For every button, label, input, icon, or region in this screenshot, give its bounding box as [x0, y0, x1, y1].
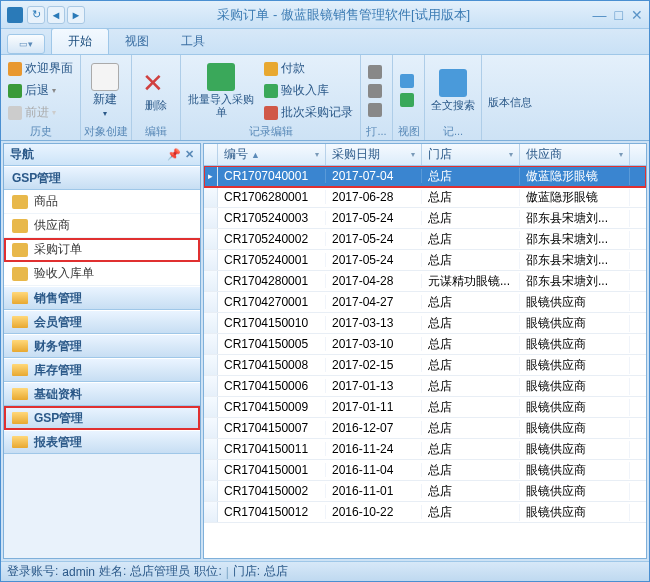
col-date[interactable]: 采购日期▾ — [326, 144, 422, 165]
quick-access-toolbar: ↻ ◄ ► — [27, 6, 85, 24]
filter-icon[interactable]: ▾ — [619, 150, 623, 159]
checkin-icon — [264, 84, 278, 98]
group-search: 全文搜索 记... — [425, 55, 482, 140]
table-row[interactable]: CR17052400032017-05-24总店邵东县宋塘刘... — [204, 208, 646, 229]
col-supplier[interactable]: 供应商▾ — [520, 144, 630, 165]
batch-button[interactable]: 批次采购记录 — [260, 102, 357, 123]
row-indicator: ▸ — [204, 166, 218, 186]
table-row[interactable]: ▸CR17070400012017-07-04总店傲蓝隐形眼镜 — [204, 166, 646, 187]
col-code[interactable]: 编号▲▾ — [218, 144, 326, 165]
copy-icon — [368, 84, 382, 98]
table-row[interactable]: CR17041500052017-03-10总店眼镜供应商 — [204, 334, 646, 355]
back-button[interactable]: 后退▾ — [4, 80, 77, 101]
table-row[interactable]: CR17062800012017-06-28总店傲蓝隐形眼镜 — [204, 187, 646, 208]
welcome-button[interactable]: 欢迎界面 — [4, 58, 77, 79]
nav-section[interactable]: GSP管理 — [4, 406, 200, 430]
nav-section[interactable]: 会员管理 — [4, 310, 200, 334]
nav-item[interactable]: 供应商 — [4, 214, 200, 238]
titlebar: ↻ ◄ ► 采购订单 - 傲蓝眼镜销售管理软件[试用版本] — □ ✕ — [1, 1, 649, 29]
table-row[interactable]: CR17041500102017-03-13总店眼镜供应商 — [204, 313, 646, 334]
nav-item[interactable]: 验收入库单 — [4, 262, 200, 286]
app-icon — [7, 7, 23, 23]
maximize-icon[interactable]: □ — [615, 7, 623, 23]
group-print: 打... — [361, 55, 393, 140]
table-row[interactable]: CR17041500072016-12-07总店眼镜供应商 — [204, 418, 646, 439]
row-indicator — [204, 355, 218, 375]
nav-item[interactable]: 采购订单 — [4, 238, 200, 262]
row-indicator — [204, 313, 218, 333]
folder-icon — [12, 267, 28, 281]
forward-icon — [8, 106, 22, 120]
forward-button[interactable]: 前进▾ — [4, 102, 77, 123]
delete-button[interactable]: ✕删除 — [135, 57, 177, 124]
table-row[interactable]: CR17041500082017-02-15总店眼镜供应商 — [204, 355, 646, 376]
tab-view[interactable]: 视图 — [109, 29, 165, 54]
group-record: 批量导入采购单 付款 验收入库 批次采购记录 记录编辑 — [181, 55, 361, 140]
nav-section[interactable]: 基础资料 — [4, 382, 200, 406]
close-icon[interactable]: ✕ — [631, 7, 643, 23]
status-name-label: 姓名: — [99, 563, 126, 580]
refresh-icon[interactable]: ↻ — [27, 6, 45, 24]
print-button[interactable] — [364, 63, 386, 81]
group-create: 新建▾ 对象创建 — [81, 55, 132, 140]
back-icon[interactable]: ◄ — [47, 6, 65, 24]
group-history: 欢迎界面 后退▾ 前进▾ 历史 — [1, 55, 81, 140]
fulltext-search-button[interactable]: 全文搜索 — [428, 57, 478, 124]
version-button[interactable]: 版本信息 — [485, 57, 535, 124]
close-nav-icon[interactable]: ✕ — [185, 148, 194, 161]
filter-icon[interactable]: ▾ — [509, 150, 513, 159]
row-indicator — [204, 397, 218, 417]
table-row[interactable]: CR17052400022017-05-24总店邵东县宋塘刘... — [204, 229, 646, 250]
status-account-label: 登录账号: — [7, 563, 58, 580]
table-row[interactable]: CR17041500112016-11-24总店眼镜供应商 — [204, 439, 646, 460]
folder-icon — [12, 388, 28, 400]
nav-section[interactable]: 报表管理 — [4, 430, 200, 454]
nav-section[interactable]: 库存管理 — [4, 358, 200, 382]
copy-button[interactable] — [364, 82, 386, 100]
pin-icon[interactable]: 📌 — [167, 148, 181, 161]
view-button[interactable] — [396, 72, 418, 90]
tab-tool[interactable]: 工具 — [165, 29, 221, 54]
col-store[interactable]: 门店▾ — [422, 144, 520, 165]
table-row[interactable]: CR17041500122016-10-22总店眼镜供应商 — [204, 502, 646, 523]
filter-icon[interactable]: ▾ — [411, 150, 415, 159]
checkin-button[interactable]: 验收入库 — [260, 80, 357, 101]
nav-section-gsp-top[interactable]: GSP管理 — [4, 166, 200, 190]
tab-start[interactable]: 开始 — [51, 28, 109, 54]
import-button[interactable]: 批量导入采购单 — [184, 57, 258, 124]
statusbar: 登录账号: admin 姓名: 总店管理员 职位: | 门店: 总店 — [1, 561, 649, 581]
preview-icon — [368, 103, 382, 117]
forward-icon[interactable]: ► — [67, 6, 85, 24]
table-row[interactable]: CR17041500092017-01-11总店眼镜供应商 — [204, 397, 646, 418]
import-icon — [207, 63, 235, 91]
row-header-corner — [204, 144, 218, 165]
home-icon — [8, 62, 22, 76]
table-row[interactable]: CR17052400012017-05-24总店邵东县宋塘刘... — [204, 250, 646, 271]
content-area: 导航 📌 ✕ GSP管理 商品供应商采购订单验收入库单 销售管理会员管理财务管理… — [1, 141, 649, 561]
table-row[interactable]: CR17042800012017-04-28元谋精功眼镜...邵东县宋塘刘... — [204, 271, 646, 292]
new-button[interactable]: 新建▾ — [84, 57, 126, 124]
grid-body[interactable]: ▸CR17070400012017-07-04总店傲蓝隐形眼镜CR1706280… — [204, 166, 646, 558]
nav-section[interactable]: 财务管理 — [4, 334, 200, 358]
preview-button[interactable] — [364, 101, 386, 119]
pay-button[interactable]: 付款 — [260, 58, 357, 79]
app-menu-button[interactable]: ▭▾ — [7, 34, 45, 54]
row-indicator — [204, 439, 218, 459]
table-row[interactable]: CR17041500062017-01-13总店眼镜供应商 — [204, 376, 646, 397]
row-indicator — [204, 481, 218, 501]
refresh-button[interactable] — [396, 91, 418, 109]
nav-header: 导航 📌 ✕ — [4, 144, 200, 166]
folder-icon — [12, 195, 28, 209]
table-row[interactable]: CR17041500012016-11-04总店眼镜供应商 — [204, 460, 646, 481]
table-row[interactable]: CR17041500022016-11-01总店眼镜供应商 — [204, 481, 646, 502]
status-store-label: 门店: — [233, 563, 260, 580]
folder-icon — [12, 412, 28, 424]
filter-icon[interactable]: ▾ — [315, 150, 319, 159]
nav-section[interactable]: 销售管理 — [4, 286, 200, 310]
nav-item[interactable]: 商品 — [4, 190, 200, 214]
status-store: 总店 — [264, 563, 288, 580]
app-window: ↻ ◄ ► 采购订单 - 傲蓝眼镜销售管理软件[试用版本] — □ ✕ ▭▾ 开… — [0, 0, 650, 582]
minimize-icon[interactable]: — — [593, 7, 607, 23]
printer-icon — [368, 65, 382, 79]
table-row[interactable]: CR17042700012017-04-27总店眼镜供应商 — [204, 292, 646, 313]
